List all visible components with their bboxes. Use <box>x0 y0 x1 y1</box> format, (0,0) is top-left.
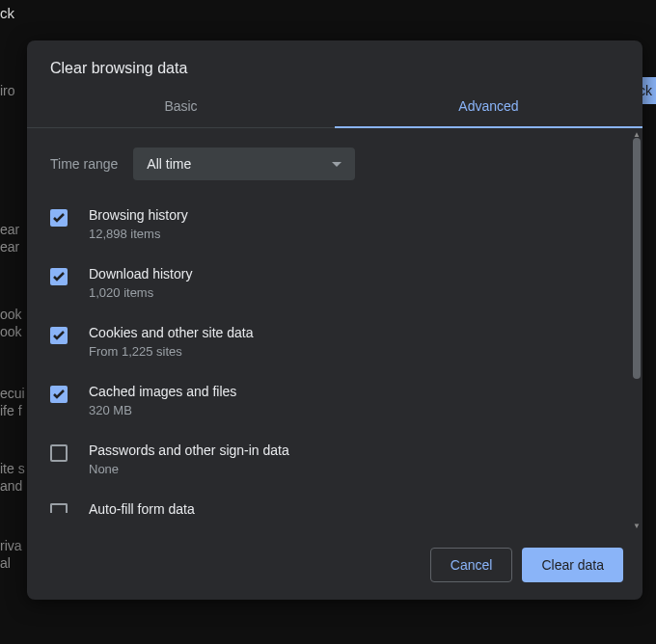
option-title: Auto-fill form data <box>89 501 195 517</box>
check-icon <box>53 389 65 399</box>
option-subtitle: None <box>89 462 289 476</box>
time-range-label: Time range <box>50 156 118 172</box>
bg-text: ear <box>0 222 19 237</box>
option-subtitle: 1,020 items <box>89 285 192 300</box>
clear-browsing-data-dialog: Clear browsing data Basic Advanced Time … <box>27 40 642 600</box>
option-cached-images: Cached images and files 320 MB <box>50 384 608 417</box>
bg-text: al <box>0 555 11 571</box>
option-title: Cookies and other site data <box>89 325 253 340</box>
dialog-body: Time range All time Browsing history 12,… <box>27 128 642 532</box>
checkbox-passwords[interactable] <box>50 444 68 462</box>
check-icon <box>53 213 65 223</box>
checkbox-cookies[interactable] <box>50 327 68 344</box>
bg-text: ck <box>0 5 14 21</box>
option-browsing-history: Browsing history 12,898 items <box>50 207 608 241</box>
option-title: Cached images and files <box>89 384 236 399</box>
checkbox-autofill[interactable] <box>50 503 68 513</box>
bg-text: ook <box>0 307 22 322</box>
scrollbar[interactable]: ▲ ▼ <box>633 132 641 528</box>
option-title: Passwords and other sign-in data <box>89 443 289 458</box>
cancel-button[interactable]: Cancel <box>430 548 513 582</box>
time-range-value: All time <box>147 156 191 172</box>
option-subtitle: From 1,225 sites <box>89 344 253 359</box>
option-autofill: Auto-fill form data <box>50 501 608 519</box>
tabs: Basic Advanced <box>27 85 642 128</box>
scroll-area[interactable]: Time range All time Browsing history 12,… <box>27 128 631 532</box>
option-passwords: Passwords and other sign-in data None <box>50 443 608 476</box>
option-subtitle: 320 MB <box>89 403 236 417</box>
bg-text: ook <box>0 324 22 339</box>
bg-text: riva <box>0 538 22 553</box>
option-text: Passwords and other sign-in data None <box>89 443 289 476</box>
option-download-history: Download history 1,020 items <box>50 266 608 300</box>
tab-basic[interactable]: Basic <box>27 85 335 127</box>
bg-text: ite s <box>0 461 25 476</box>
time-range-dropdown[interactable]: All time <box>133 148 355 180</box>
dialog-footer: Cancel Clear data <box>27 532 642 600</box>
option-title: Browsing history <box>89 207 188 223</box>
check-icon <box>53 272 65 282</box>
option-text: Download history 1,020 items <box>89 266 192 300</box>
checkbox-cached-images[interactable] <box>50 386 68 403</box>
option-text: Cookies and other site data From 1,225 s… <box>89 325 253 359</box>
bg-text: and <box>0 478 22 494</box>
checkbox-browsing-history[interactable] <box>50 209 68 227</box>
option-text: Cached images and files 320 MB <box>89 384 236 417</box>
option-title: Download history <box>89 266 192 282</box>
clear-data-button[interactable]: Clear data <box>522 548 623 582</box>
scroll-down-icon: ▼ <box>633 522 641 530</box>
option-text: Browsing history 12,898 items <box>89 207 188 241</box>
checkbox-download-history[interactable] <box>50 268 68 285</box>
dialog-title: Clear browsing data <box>50 60 619 77</box>
option-text: Auto-fill form data <box>89 501 195 519</box>
bg-text: iro <box>0 83 15 98</box>
option-cookies: Cookies and other site data From 1,225 s… <box>50 325 608 359</box>
bg-text: ife f <box>0 403 22 418</box>
scrollbar-thumb[interactable] <box>633 138 641 379</box>
option-subtitle: 12,898 items <box>89 227 188 241</box>
chevron-down-icon <box>332 162 342 167</box>
check-icon <box>53 331 65 340</box>
time-range-row: Time range All time <box>50 148 608 180</box>
tab-advanced[interactable]: Advanced <box>335 85 642 127</box>
dialog-header: Clear browsing data <box>27 40 642 85</box>
bg-text: ear <box>0 239 19 255</box>
bg-text: ecui <box>0 386 25 401</box>
